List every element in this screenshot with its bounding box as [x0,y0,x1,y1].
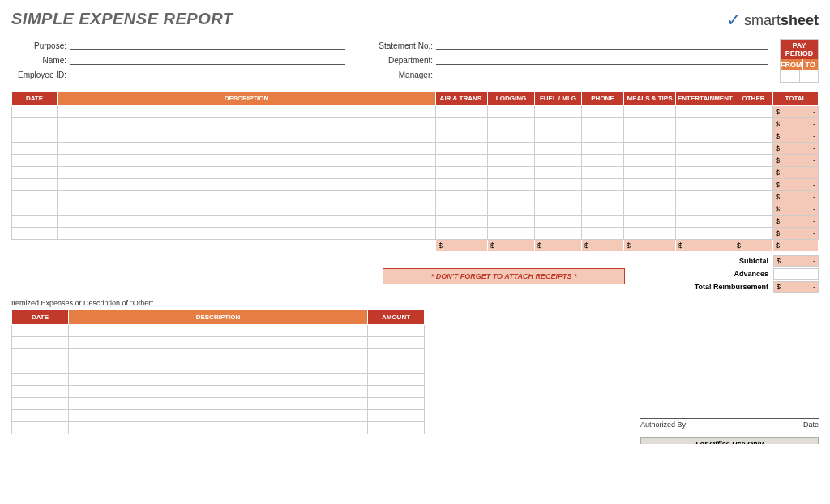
field-input-line[interactable] [436,53,768,65]
table-cell[interactable] [436,155,488,167]
table-cell[interactable] [58,216,436,228]
table-cell[interactable] [488,167,535,179]
table-cell[interactable] [12,422,69,434]
table-cell[interactable] [488,216,535,228]
table-cell[interactable] [368,422,425,434]
table-cell[interactable] [368,349,425,361]
field-input-line[interactable] [436,68,768,79]
table-cell[interactable] [624,167,676,179]
table-cell[interactable] [676,106,734,118]
table-cell[interactable] [676,130,734,143]
table-cell[interactable] [368,337,425,349]
table-cell[interactable] [12,398,69,410]
table-cell[interactable] [535,203,582,216]
table-cell[interactable] [436,106,488,118]
table-cell[interactable] [535,191,582,203]
table-cell[interactable] [12,167,58,179]
table-cell[interactable] [734,216,773,228]
table-cell[interactable] [582,130,624,143]
table-cell[interactable] [58,191,436,203]
table-cell[interactable] [58,167,436,179]
table-cell[interactable] [12,349,69,361]
table-cell[interactable] [624,179,676,191]
table-cell[interactable] [368,361,425,374]
table-cell[interactable] [69,386,368,398]
table-cell[interactable] [69,422,368,434]
table-cell[interactable] [624,191,676,203]
table-cell[interactable] [734,155,773,167]
table-cell[interactable] [734,106,773,118]
advances-value[interactable] [773,268,819,280]
table-cell[interactable] [12,143,58,155]
table-cell[interactable] [488,228,535,240]
table-cell[interactable] [582,191,624,203]
table-cell[interactable] [436,143,488,155]
table-cell[interactable] [12,216,58,228]
table-cell[interactable] [624,216,676,228]
table-cell[interactable] [488,106,535,118]
table-cell[interactable] [535,155,582,167]
table-cell[interactable] [58,130,436,143]
table-cell[interactable] [582,228,624,240]
table-cell[interactable] [624,118,676,130]
table-cell[interactable] [12,410,69,422]
table-cell[interactable] [582,203,624,216]
table-cell[interactable] [436,179,488,191]
table-cell[interactable] [436,118,488,130]
table-cell[interactable] [12,203,58,216]
table-cell[interactable] [488,179,535,191]
table-cell[interactable] [582,143,624,155]
table-cell[interactable] [734,179,773,191]
table-cell[interactable] [582,106,624,118]
table-cell[interactable] [12,374,69,386]
table-cell[interactable] [734,167,773,179]
table-cell[interactable] [535,179,582,191]
table-cell[interactable] [582,118,624,130]
table-cell[interactable] [488,155,535,167]
table-cell[interactable] [582,155,624,167]
table-cell[interactable] [12,325,69,337]
table-cell[interactable] [676,216,734,228]
table-cell[interactable] [734,228,773,240]
table-cell[interactable] [488,118,535,130]
table-cell[interactable] [69,361,368,374]
table-cell[interactable] [676,203,734,216]
table-cell[interactable] [535,216,582,228]
table-cell[interactable] [436,203,488,216]
field-input-line[interactable] [436,39,768,50]
table-cell[interactable] [12,361,69,374]
table-cell[interactable] [582,167,624,179]
table-cell[interactable] [58,118,436,130]
field-input-line[interactable] [70,53,345,65]
table-cell[interactable] [535,143,582,155]
table-cell[interactable] [624,155,676,167]
table-cell[interactable] [12,118,58,130]
table-cell[interactable] [69,349,368,361]
table-cell[interactable] [368,325,425,337]
table-cell[interactable] [58,179,436,191]
table-cell[interactable] [676,191,734,203]
table-cell[interactable] [69,398,368,410]
table-cell[interactable] [436,228,488,240]
table-cell[interactable] [488,191,535,203]
table-cell[interactable] [368,410,425,422]
table-cell[interactable] [676,143,734,155]
table-cell[interactable] [624,143,676,155]
table-cell[interactable] [676,118,734,130]
table-cell[interactable] [58,155,436,167]
table-cell[interactable] [676,155,734,167]
table-cell[interactable] [535,106,582,118]
table-cell[interactable] [368,386,425,398]
table-cell[interactable] [12,191,58,203]
table-cell[interactable] [12,130,58,143]
table-cell[interactable] [582,179,624,191]
table-cell[interactable] [12,228,58,240]
table-cell[interactable] [436,191,488,203]
table-cell[interactable] [734,191,773,203]
table-cell[interactable] [69,410,368,422]
table-cell[interactable] [58,106,436,118]
table-cell[interactable] [488,130,535,143]
table-cell[interactable] [535,167,582,179]
field-input-line[interactable] [70,68,345,79]
table-cell[interactable] [734,130,773,143]
